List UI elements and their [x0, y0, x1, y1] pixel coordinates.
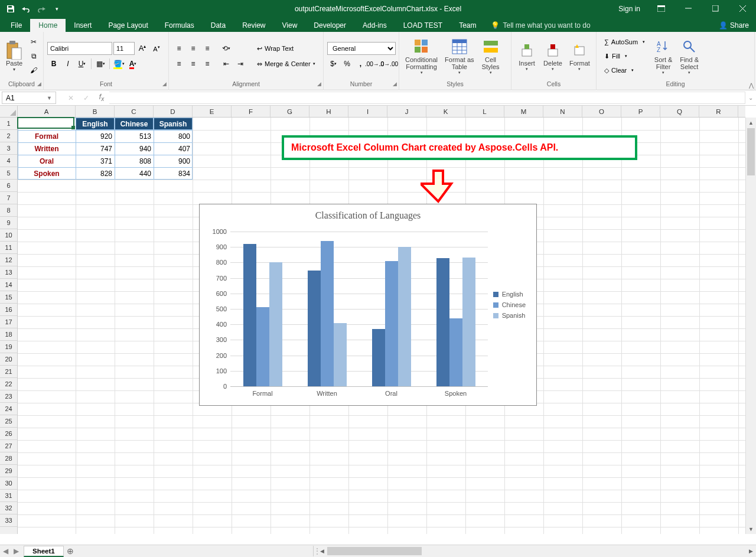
- row-header[interactable]: 14: [0, 279, 17, 291]
- table-data-cell[interactable]: 808: [115, 155, 154, 167]
- format-painter-button[interactable]: 🖌: [27, 64, 40, 77]
- vscroll-thumb[interactable]: [747, 128, 755, 175]
- increase-font-button[interactable]: A▴: [136, 42, 149, 55]
- close-button[interactable]: [729, 0, 756, 17]
- row-header[interactable]: 7: [0, 192, 17, 204]
- table-data-cell[interactable]: 513: [115, 130, 154, 142]
- format-as-table-button[interactable]: Format as Table▾: [442, 36, 477, 76]
- column-header[interactable]: C: [115, 106, 154, 117]
- tab-team[interactable]: Team: [451, 19, 484, 32]
- fill-color-button[interactable]: 🪣▾: [112, 57, 125, 70]
- column-header[interactable]: H: [309, 106, 348, 117]
- enter-formula-button[interactable]: ✓: [79, 94, 94, 102]
- table-header-cell[interactable]: Spanish: [154, 118, 193, 130]
- row-header[interactable]: 24: [0, 403, 17, 415]
- row-header[interactable]: 6: [0, 180, 17, 192]
- underline-button[interactable]: U▾: [76, 57, 89, 70]
- tab-insert[interactable]: Insert: [66, 19, 100, 32]
- column-header[interactable]: N: [543, 106, 582, 117]
- align-bottom-button[interactable]: ≡: [201, 42, 214, 55]
- redo-icon[interactable]: [34, 2, 48, 16]
- column-header[interactable]: K: [426, 106, 465, 117]
- undo-icon[interactable]: [19, 2, 33, 16]
- column-header[interactable]: I: [348, 106, 387, 117]
- column-header[interactable]: E: [193, 106, 232, 117]
- column-header[interactable]: J: [387, 106, 426, 117]
- align-top-button[interactable]: ≡: [172, 42, 185, 55]
- percent-button[interactable]: %: [341, 57, 353, 70]
- row-header[interactable]: 1: [0, 118, 17, 130]
- scroll-left-button[interactable]: ◀: [317, 548, 327, 554]
- fx-button[interactable]: fx: [94, 93, 109, 102]
- maximize-button[interactable]: [702, 0, 729, 17]
- row-header[interactable]: 29: [0, 465, 17, 477]
- number-format-combo[interactable]: General: [327, 42, 396, 55]
- sheet-nav-prev[interactable]: ◀: [0, 547, 11, 555]
- name-box[interactable]: A1▼: [2, 92, 56, 104]
- delete-cells-button[interactable]: Delete▾: [541, 40, 565, 73]
- row-header[interactable]: 31: [0, 490, 17, 502]
- tab-home[interactable]: Home: [30, 19, 66, 32]
- merge-center-button[interactable]: ⇔Merge & Center▾: [253, 57, 320, 70]
- tab-review[interactable]: Review: [234, 19, 273, 32]
- table-data-cell[interactable]: 440: [115, 167, 154, 180]
- cut-button[interactable]: ✂: [27, 35, 40, 48]
- table-data-cell[interactable]: 371: [76, 155, 115, 167]
- column-header[interactable]: O: [582, 106, 621, 117]
- horizontal-scrollbar[interactable]: ⋮ ◀ ▶: [313, 546, 756, 556]
- clipboard-dialog-launcher[interactable]: ◢: [37, 81, 41, 87]
- align-right-button[interactable]: ≡: [201, 57, 214, 70]
- minimize-button[interactable]: [674, 0, 702, 17]
- name-box-dropdown-icon[interactable]: ▼: [47, 95, 52, 101]
- row-header[interactable]: 32: [0, 502, 17, 514]
- chart-object[interactable]: Classification of Languages FormalWritte…: [199, 204, 537, 406]
- conditional-formatting-button[interactable]: Conditional Formatting▾: [403, 36, 440, 76]
- qat-customize-icon[interactable]: ▾: [50, 2, 64, 16]
- table-data-cell[interactable]: 407: [154, 142, 193, 155]
- orientation-button[interactable]: ⟲▾: [220, 42, 233, 55]
- find-select-button[interactable]: Find & Select▾: [677, 36, 701, 76]
- font-dialog-launcher[interactable]: ◢: [162, 81, 167, 87]
- row-header[interactable]: 15: [0, 291, 17, 304]
- row-header[interactable]: 13: [0, 266, 17, 279]
- table-row-label[interactable]: Spoken: [18, 167, 76, 180]
- decrease-font-button[interactable]: A▾: [150, 42, 163, 55]
- font-size-combo[interactable]: [113, 42, 135, 55]
- accounting-button[interactable]: $▾: [327, 57, 340, 70]
- table-data-cell[interactable]: 940: [115, 142, 154, 155]
- row-header[interactable]: 2: [0, 130, 17, 142]
- wrap-text-button[interactable]: ↩Wrap Text: [253, 42, 320, 55]
- row-header[interactable]: 28: [0, 452, 17, 465]
- increase-indent-button[interactable]: ⇥: [234, 57, 247, 70]
- row-header[interactable]: 19: [0, 341, 17, 353]
- font-color-button[interactable]: A▾: [126, 57, 139, 70]
- select-all-button[interactable]: [0, 106, 18, 118]
- column-header[interactable]: M: [504, 106, 543, 117]
- copy-button[interactable]: ⧉: [27, 50, 40, 63]
- italic-button[interactable]: I: [61, 57, 74, 70]
- tab-view[interactable]: View: [274, 19, 306, 32]
- table-row-label[interactable]: Written: [18, 142, 76, 155]
- tab-load-test[interactable]: LOAD TEST: [395, 19, 451, 32]
- align-left-button[interactable]: ≡: [172, 57, 185, 70]
- row-header[interactable]: 22: [0, 378, 17, 390]
- row-header[interactable]: 16: [0, 304, 17, 316]
- row-header[interactable]: 27: [0, 440, 17, 452]
- autosum-button[interactable]: ∑AutoSum▾: [600, 35, 649, 48]
- tab-developer[interactable]: Developer: [305, 19, 354, 32]
- tell-me-search[interactable]: 💡Tell me what you want to do: [485, 19, 597, 32]
- tab-page-layout[interactable]: Page Layout: [100, 19, 156, 32]
- table-data-cell[interactable]: 900: [154, 155, 193, 167]
- cells-area[interactable]: EnglishChineseSpanishFormal920513800Writ…: [18, 118, 745, 534]
- table-data-cell[interactable]: 747: [76, 142, 115, 155]
- row-header[interactable]: 5: [0, 167, 17, 180]
- table-data-cell[interactable]: 828: [76, 167, 115, 180]
- cancel-formula-button[interactable]: ✕: [63, 94, 79, 102]
- column-header[interactable]: B: [76, 106, 115, 117]
- column-header[interactable]: F: [232, 106, 271, 117]
- column-header[interactable]: L: [465, 106, 504, 117]
- table-data-cell[interactable]: 834: [154, 167, 193, 180]
- expand-formula-bar-button[interactable]: ⌄: [745, 95, 756, 101]
- share-button[interactable]: 👤Share: [712, 19, 756, 32]
- paste-button[interactable]: Paste▾: [4, 40, 25, 73]
